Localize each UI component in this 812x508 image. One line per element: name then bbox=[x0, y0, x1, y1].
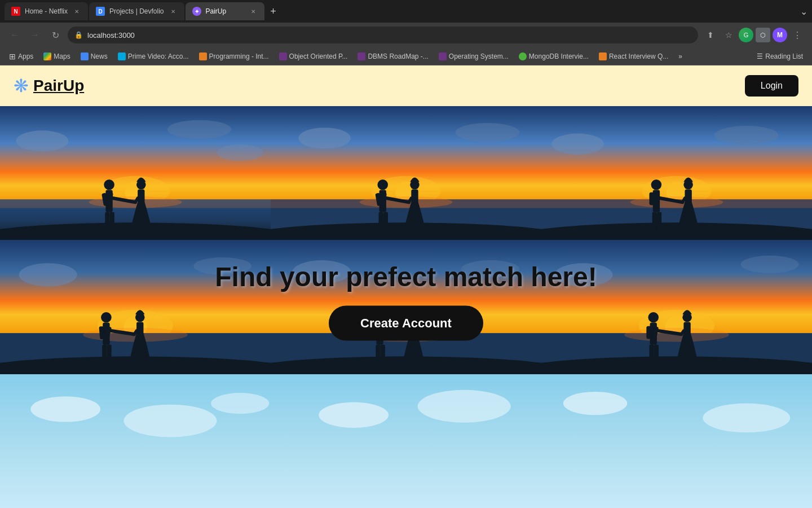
devfolio-tab-close[interactable]: ✕ bbox=[169, 7, 178, 16]
bookmark-react[interactable]: React Interview Q... bbox=[594, 50, 673, 63]
bookmark-dbms[interactable]: DBMS RoadMap -... bbox=[353, 50, 433, 63]
programming-icon bbox=[199, 52, 207, 60]
tab-bar: N Home - Netflix ✕ D Projects | Devfolio… bbox=[0, 0, 812, 23]
bookmark-apps[interactable]: ⊞ Apps bbox=[5, 50, 38, 63]
user-profile-avatar[interactable]: M bbox=[773, 28, 787, 42]
extensions-icon[interactable]: ⬡ bbox=[756, 28, 770, 42]
news-icon bbox=[81, 52, 89, 60]
svg-line-38 bbox=[409, 198, 411, 202]
svg-rect-53 bbox=[657, 212, 661, 229]
netflix-favicon: N bbox=[11, 7, 20, 16]
lock-icon: 🔒 bbox=[74, 31, 83, 39]
svg-point-23 bbox=[298, 128, 351, 148]
svg-rect-88 bbox=[376, 345, 380, 361]
tab-devfolio[interactable]: D Projects | Devfolio ✕ bbox=[89, 2, 184, 20]
reading-list-icon: ☰ bbox=[757, 52, 763, 60]
google-account-avatar[interactable]: G bbox=[739, 28, 753, 42]
grid-cell-3-3 bbox=[541, 374, 812, 508]
apps-grid-icon: ⊞ bbox=[9, 52, 16, 61]
svg-line-57 bbox=[682, 198, 685, 202]
minimize-icon[interactable]: ⌄ bbox=[800, 6, 807, 17]
svg-line-19 bbox=[135, 198, 138, 202]
bookmark-star-icon[interactable]: ☆ bbox=[721, 27, 736, 43]
prime-icon bbox=[118, 52, 126, 60]
svg-rect-116 bbox=[271, 374, 541, 508]
svg-rect-89 bbox=[381, 345, 385, 361]
url-text: localhost:3000 bbox=[87, 31, 691, 40]
back-button[interactable]: ← bbox=[7, 27, 23, 43]
share-icon[interactable]: ⬆ bbox=[703, 27, 718, 43]
bookmark-mongodb[interactable]: MongoDB Intervie... bbox=[514, 50, 593, 63]
svg-rect-33 bbox=[379, 212, 383, 229]
bookmark-oop-label: Object Oriented P... bbox=[289, 52, 348, 60]
bookmark-prime-label: Prime Video: Acco... bbox=[128, 52, 189, 60]
more-options-button[interactable]: ⋮ bbox=[789, 27, 805, 43]
svg-point-24 bbox=[456, 123, 520, 142]
pairup-tab-close[interactable]: ✕ bbox=[249, 7, 258, 16]
hero-overlay: Find your prefect match here! Create Acc… bbox=[0, 261, 812, 341]
bookmark-maps-label: Maps bbox=[54, 52, 70, 60]
svg-point-3 bbox=[16, 130, 68, 151]
svg-rect-70 bbox=[102, 345, 107, 361]
svg-point-120 bbox=[563, 392, 628, 415]
bookmark-oop[interactable]: Object Oriented P... bbox=[275, 50, 352, 63]
new-tab-button[interactable]: + bbox=[266, 3, 281, 19]
svg-rect-14 bbox=[105, 212, 109, 229]
bookmark-news-label: News bbox=[91, 52, 108, 60]
bookmark-programming[interactable]: Programming - Int... bbox=[195, 50, 273, 63]
os-icon bbox=[439, 52, 447, 60]
grid-cell-1-1 bbox=[0, 106, 271, 240]
bookmark-os[interactable]: Operating System... bbox=[434, 50, 513, 63]
svg-point-42 bbox=[551, 133, 604, 154]
bookmark-prime[interactable]: Prime Video: Acco... bbox=[113, 50, 193, 63]
site-header: ❋ PairUp Login bbox=[0, 65, 812, 106]
bookmarks-more-button[interactable]: » bbox=[674, 50, 687, 63]
create-account-button[interactable]: Create Account bbox=[329, 306, 483, 341]
devfolio-favicon: D bbox=[96, 7, 105, 16]
tagline-text: Find your prefect match here! bbox=[215, 261, 597, 292]
browser-window: N Home - Netflix ✕ D Projects | Devfolio… bbox=[0, 0, 812, 508]
react-icon bbox=[599, 52, 607, 60]
logo-text: PairUp bbox=[33, 77, 84, 95]
login-button[interactable]: Login bbox=[745, 75, 798, 97]
bookmark-maps[interactable]: Maps bbox=[39, 50, 74, 63]
grid-cell-3-1 bbox=[0, 374, 271, 508]
svg-point-29 bbox=[377, 179, 388, 190]
dbms-icon bbox=[358, 52, 365, 60]
svg-point-115 bbox=[211, 393, 269, 414]
netflix-tab-close[interactable]: ✕ bbox=[72, 7, 81, 16]
mongodb-icon bbox=[519, 52, 527, 60]
svg-rect-107 bbox=[654, 345, 659, 361]
bookmark-programming-label: Programming - Int... bbox=[209, 52, 269, 60]
bookmark-react-label: React Interview Q... bbox=[609, 52, 668, 60]
reading-list-button[interactable]: ☰ Reading List bbox=[752, 50, 807, 63]
oop-icon bbox=[279, 52, 287, 60]
address-bar[interactable]: 🔒 localhost:3000 bbox=[68, 27, 698, 43]
tab-netflix[interactable]: N Home - Netflix ✕ bbox=[5, 2, 88, 20]
grid-cell-3-2 bbox=[271, 374, 541, 508]
bookmarks-bar: ⊞ Apps Maps News Prime Video: Acco... Pr… bbox=[0, 47, 812, 65]
nav-bar: ← → ↻ 🔒 localhost:3000 ⬆ ☆ G ⬡ M ⋮ bbox=[0, 23, 812, 47]
bookmark-news[interactable]: News bbox=[76, 50, 112, 63]
tab-pairup[interactable]: ✦ PairUp ✕ bbox=[186, 2, 264, 20]
netflix-tab-title: Home - Netflix bbox=[25, 7, 68, 15]
svg-rect-50 bbox=[650, 192, 654, 205]
bookmark-mongodb-label: MongoDB Intervie... bbox=[529, 52, 589, 60]
bookmark-apps-label: Apps bbox=[18, 52, 33, 60]
svg-point-117 bbox=[319, 402, 389, 427]
grid-cell-1-2 bbox=[271, 106, 541, 240]
svg-rect-15 bbox=[110, 212, 114, 229]
svg-point-118 bbox=[418, 390, 511, 423]
svg-rect-71 bbox=[107, 345, 111, 361]
svg-point-5 bbox=[217, 144, 263, 161]
forward-button[interactable]: → bbox=[27, 27, 43, 43]
refresh-button[interactable]: ↻ bbox=[47, 27, 63, 43]
logo-flower-icon: ❋ bbox=[14, 75, 29, 97]
pairup-tab-title: PairUp bbox=[206, 7, 244, 15]
svg-point-114 bbox=[123, 404, 217, 437]
tab-bar-controls: ⌄ bbox=[800, 6, 807, 17]
pairup-favicon: ✦ bbox=[192, 7, 201, 16]
svg-rect-52 bbox=[652, 212, 657, 229]
devfolio-tab-title: Projects | Devfolio bbox=[109, 7, 164, 15]
bookmark-dbms-label: DBMS RoadMap -... bbox=[368, 52, 428, 60]
